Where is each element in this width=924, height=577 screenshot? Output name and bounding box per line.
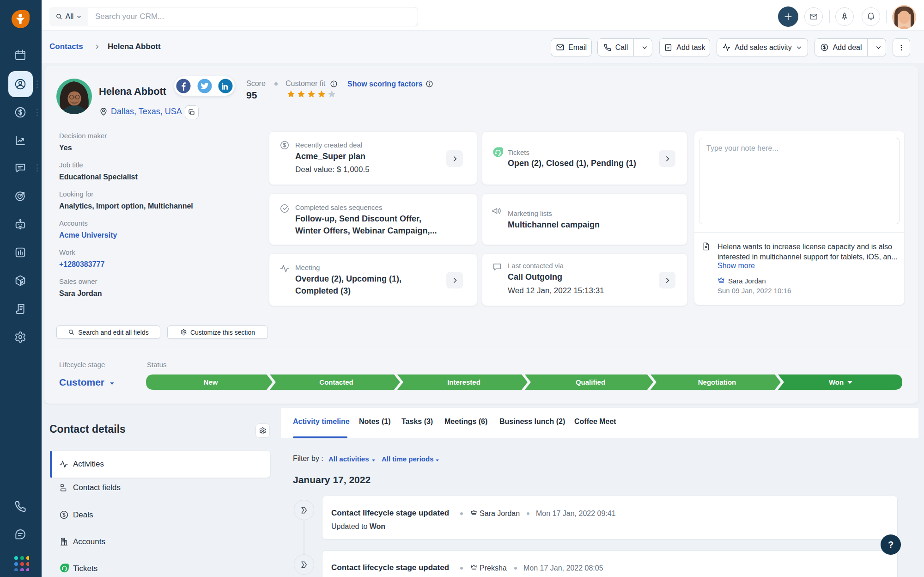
svg-text:Interested: Interested bbox=[447, 378, 480, 386]
svg-text:Contacted: Contacted bbox=[319, 378, 353, 386]
svg-text:Won: Won bbox=[829, 378, 844, 386]
svg-text:New: New bbox=[204, 378, 218, 386]
svg-text:Qualified: Qualified bbox=[576, 378, 605, 386]
svg-text:Negotiation: Negotiation bbox=[698, 378, 736, 386]
